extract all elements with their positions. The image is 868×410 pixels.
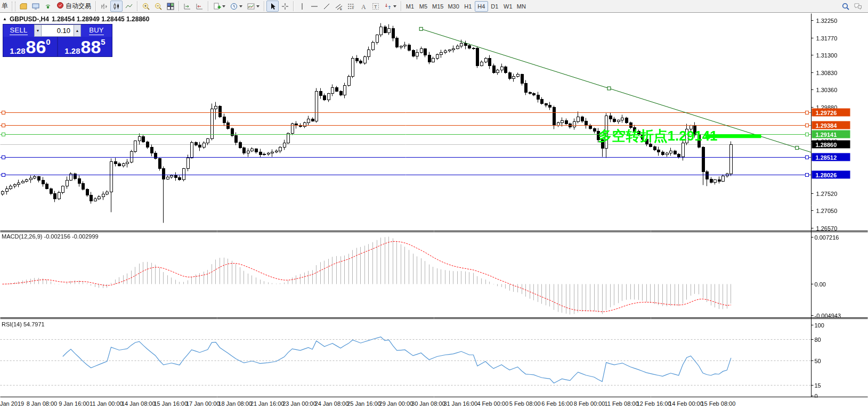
timeframe-w1[interactable]: W1 <box>501 1 515 12</box>
sell-price[interactable]: 1.28 86 0 <box>3 37 57 56</box>
timeframe-h1[interactable]: H1 <box>461 1 475 12</box>
text-label-icon[interactable]: T <box>369 1 382 12</box>
chevron-down-icon <box>222 5 225 7</box>
sell-price-prefix: 1.28 <box>10 47 25 55</box>
ohlc-values: 1.28454 1.28949 1.28445 1.28860 <box>52 15 150 23</box>
chart-canvas[interactable] <box>0 13 868 398</box>
svg-text:T: T <box>374 4 377 9</box>
date-label: 5 Feb 08:00 <box>509 400 541 407</box>
date-label: 30 Jan 08:00 <box>411 400 445 407</box>
date-label: 11 Feb 08:00 <box>605 400 639 407</box>
separator <box>293 1 294 11</box>
buy-price-big: 88 <box>81 40 101 55</box>
buy-price[interactable]: 1.28 88 5 <box>58 37 112 56</box>
separator <box>179 1 179 11</box>
symbol-period-label: GBPUSD-,H4 <box>10 15 49 23</box>
bar-chart-icon[interactable] <box>98 1 110 12</box>
cursor-icon[interactable] <box>266 1 279 12</box>
timeframe-m15[interactable]: M15 <box>430 1 445 12</box>
folder-icon[interactable] <box>17 1 29 12</box>
timeframe-h4[interactable]: H4 <box>475 1 488 12</box>
signal-icon[interactable] <box>42 1 54 12</box>
date-label: 25 Jan 16:00 <box>347 400 381 407</box>
chart-autoscroll-icon[interactable] <box>193 1 206 12</box>
menu-text[interactable]: 单 <box>1 2 10 11</box>
timeframe-d1[interactable]: D1 <box>488 1 501 12</box>
zoom-in-icon[interactable] <box>140 1 152 12</box>
volume-increase-button[interactable]: ▲ <box>74 24 81 37</box>
indicators-icon[interactable] <box>245 1 262 12</box>
sell-price-big: 86 <box>26 40 46 55</box>
search-icon[interactable] <box>839 1 851 12</box>
volume-input[interactable] <box>42 24 74 37</box>
chevron-down-icon <box>393 5 396 7</box>
date-label: 14 Jan 08:00 <box>121 400 156 407</box>
vertical-line-icon[interactable] <box>296 1 308 12</box>
date-label: 7 Jan 2019 <box>0 400 24 407</box>
date-label: 15 Feb 08:00 <box>701 400 735 407</box>
timeframe-mn[interactable]: MN <box>515 1 528 12</box>
chart-shift-icon[interactable] <box>181 1 193 12</box>
date-label: 6 Feb 16:00 <box>541 400 573 407</box>
fibonacci-icon[interactable]: F <box>345 1 357 12</box>
mt4-terminal: 单 自动交易 <box>0 0 868 410</box>
volume-decrease-button[interactable]: ▼ <box>34 24 42 37</box>
trendline-icon[interactable] <box>320 1 332 12</box>
date-label: 8 Jan 08:00 <box>27 400 58 407</box>
date-label: 21 Jan 16:00 <box>250 400 285 407</box>
separator <box>95 1 96 11</box>
separator <box>137 1 137 11</box>
chevron-down-icon <box>239 5 242 7</box>
date-label: 29 Jan 00:00 <box>379 400 413 407</box>
toolbar-grip <box>12 2 15 11</box>
date-label: 31 Jan 16:00 <box>443 400 477 407</box>
rsi-indicator-label: RSI(14) 54.7971 <box>2 321 45 327</box>
equidistant-channel-icon[interactable]: E <box>332 1 345 12</box>
chart-window: ▲ GBPUSD-,H4 1.28454 1.28949 1.28445 1.2… <box>0 13 868 410</box>
chevron-down-icon <box>256 5 259 7</box>
date-label: 23 Jan 00:00 <box>282 400 317 407</box>
date-label: 18 Jan 08:00 <box>218 400 252 407</box>
zoom-out-icon[interactable] <box>152 1 164 12</box>
sell-button[interactable]: SELL <box>3 24 34 37</box>
date-label: 8 Feb 00:00 <box>574 400 605 407</box>
date-label: 15 Jan 16:00 <box>153 400 188 407</box>
auto-trading-label: 自动交易 <box>66 2 91 11</box>
auto-trading-button[interactable]: 自动交易 <box>54 1 93 12</box>
autotrading-icon <box>56 1 64 11</box>
date-label: 9 Jan 16:00 <box>59 400 90 407</box>
date-label: 11 Jan 00:00 <box>90 400 123 407</box>
line-chart-icon[interactable] <box>123 1 135 12</box>
tile-windows-icon[interactable] <box>164 1 176 12</box>
date-label: 14 Feb 00:00 <box>669 400 703 407</box>
date-label: 12 Feb 16:00 <box>637 400 671 407</box>
svg-text:E: E <box>340 7 342 11</box>
horizontal-line-icon[interactable] <box>308 1 320 12</box>
new-order-button[interactable] <box>210 1 228 12</box>
separator <box>401 1 401 11</box>
monitor-icon[interactable] <box>29 1 42 12</box>
chat-icon[interactable] <box>851 1 864 12</box>
time-axis[interactable]: 7 Jan 20198 Jan 08:009 Jan 16:0011 Jan 0… <box>0 399 811 409</box>
sell-price-sup: 0 <box>46 37 50 46</box>
timeframe-m30[interactable]: M30 <box>445 1 461 12</box>
one-click-trading-panel: SELL ▼ ▲ BUY 1.28 86 0 1.28 88 5 <box>3 24 112 57</box>
separator <box>208 1 208 11</box>
arrows-icon[interactable] <box>382 1 399 12</box>
collapse-panel-icon[interactable]: ▲ <box>3 17 7 21</box>
crosshair-icon[interactable] <box>279 1 291 12</box>
date-label: 17 Jan 00:00 <box>186 400 220 407</box>
periods-clock-icon[interactable] <box>228 1 245 12</box>
candlestick-chart-icon[interactable] <box>110 1 123 12</box>
text-icon[interactable]: A <box>357 1 369 12</box>
chart-legend: ▲ GBPUSD-,H4 1.28454 1.28949 1.28445 1.2… <box>3 15 149 23</box>
timeframe-m1[interactable]: M1 <box>403 1 417 12</box>
date-label: 24 Jan 08:00 <box>315 400 349 407</box>
buy-button[interactable]: BUY <box>81 24 112 37</box>
macd-indicator-label: MACD(12,26,9) -0.002156 -0.002999 <box>2 233 99 240</box>
svg-text:A: A <box>361 3 366 10</box>
svg-text:F: F <box>352 5 354 9</box>
buy-price-prefix: 1.28 <box>64 47 80 55</box>
timeframe-m5[interactable]: M5 <box>417 1 430 12</box>
date-label: 4 Feb 00:00 <box>477 400 508 407</box>
